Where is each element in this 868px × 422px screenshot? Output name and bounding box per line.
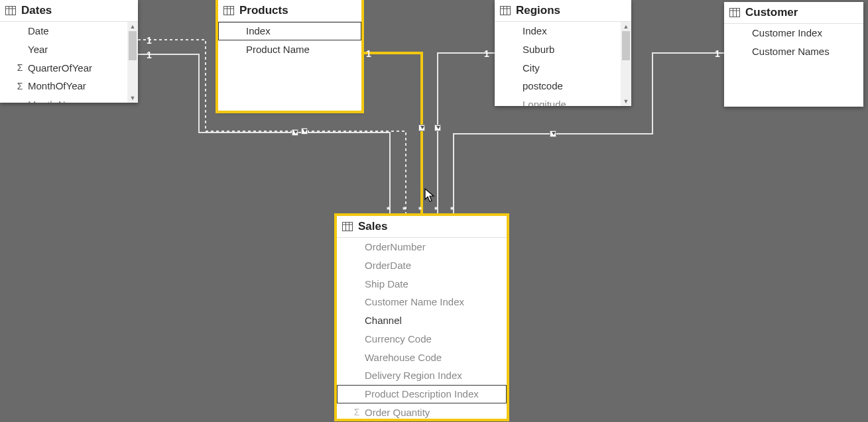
cardinality-many: * xyxy=(450,205,454,215)
sigma-icon: Σ xyxy=(13,61,27,74)
table-title: Regions xyxy=(516,4,560,17)
table-products[interactable]: Products ΣIndex ΣProduct Name xyxy=(218,0,361,111)
cardinality-many: * xyxy=(434,205,438,215)
cardinality-many: * xyxy=(387,205,390,215)
table-title: Dates xyxy=(21,4,52,17)
table-title: Products xyxy=(239,4,288,17)
cardinality-many: * xyxy=(418,205,422,215)
field-row[interactable]: ΣOrderNumber xyxy=(337,238,507,256)
cardinality-label: 1 xyxy=(147,50,152,60)
field-row[interactable]: ΣChannel xyxy=(337,311,507,330)
field-row[interactable]: ΣWarehouse Code xyxy=(337,348,507,367)
table-title: Sales xyxy=(358,220,387,233)
svg-rect-4 xyxy=(224,7,234,15)
field-row[interactable]: ΣIndex xyxy=(218,22,361,40)
field-row[interactable]: ΣProduct Name xyxy=(218,40,361,59)
field-row[interactable]: ΣSuburb xyxy=(495,40,631,59)
table-icon xyxy=(729,8,740,17)
field-row[interactable]: ΣCity xyxy=(495,59,631,78)
cardinality-label: 1 xyxy=(366,48,371,59)
table-icon xyxy=(223,6,234,15)
field-row[interactable]: ΣMonthOfYear xyxy=(0,77,138,95)
table-header[interactable]: Dates xyxy=(0,0,138,22)
field-row[interactable]: ΣMonth Name xyxy=(0,95,138,103)
field-row[interactable]: ΣShip Date xyxy=(337,275,507,293)
field-row[interactable]: ΣYear xyxy=(0,40,138,59)
direction-arrow-icon xyxy=(550,131,556,137)
field-row[interactable]: ΣDate xyxy=(0,22,138,40)
direction-arrow-icon xyxy=(418,125,425,131)
mouse-cursor-icon xyxy=(424,188,436,203)
cardinality-label: 1 xyxy=(484,48,489,59)
field-row[interactable]: ΣCustomer Name Index xyxy=(337,293,507,311)
table-icon xyxy=(500,6,511,15)
svg-rect-0 xyxy=(6,7,16,15)
field-row[interactable]: ΣDelivery Region Index xyxy=(337,366,507,385)
svg-rect-12 xyxy=(730,9,740,17)
sigma-icon: Σ xyxy=(350,405,363,419)
cardinality-label: 1 xyxy=(147,35,152,46)
field-row[interactable]: Σpostcode xyxy=(495,77,631,95)
scroll-down-icon[interactable]: ▼ xyxy=(127,93,138,103)
field-row[interactable]: ΣIndex xyxy=(495,22,631,40)
table-icon xyxy=(342,222,353,231)
field-row[interactable]: ΣQuarterOfYear xyxy=(0,59,138,78)
sigma-icon: Σ xyxy=(13,79,27,93)
table-icon xyxy=(5,6,16,15)
direction-arrow-icon xyxy=(301,128,308,134)
table-title: Customer xyxy=(745,6,798,19)
cardinality-many: * xyxy=(403,205,406,215)
svg-rect-16 xyxy=(343,223,353,231)
scrollbar[interactable]: ▲ ▼ xyxy=(127,22,138,103)
field-row[interactable]: ΣLongitude xyxy=(495,95,631,106)
cardinality-label: 1 xyxy=(715,48,720,59)
scroll-up-icon[interactable]: ▲ xyxy=(621,22,631,31)
table-dates[interactable]: Dates ΣDate ΣYear ΣQuarterOfYear ΣMonthO… xyxy=(0,0,138,103)
scrollbar[interactable]: ▲ ▼ xyxy=(621,22,631,106)
table-header[interactable]: Sales xyxy=(337,216,507,238)
field-row[interactable]: ΣProduct Description Index xyxy=(337,385,507,403)
field-row[interactable]: ΣCustomer Index xyxy=(724,24,863,42)
svg-rect-8 xyxy=(501,7,511,15)
scroll-up-icon[interactable]: ▲ xyxy=(127,22,138,31)
table-regions[interactable]: Regions ΣIndex ΣSuburb ΣCity Σpostcode Σ… xyxy=(495,0,631,106)
table-customer[interactable]: Customer ΣCustomer Index ΣCustomer Names xyxy=(724,2,863,107)
field-row[interactable]: ΣOrder Quantity xyxy=(337,403,507,419)
table-sales[interactable]: Sales ΣOrderNumber ΣOrderDate ΣShip Date… xyxy=(337,216,507,419)
direction-arrow-icon xyxy=(292,129,298,136)
scroll-down-icon[interactable]: ▼ xyxy=(621,97,631,106)
field-row[interactable]: ΣCustomer Names xyxy=(724,42,863,61)
direction-arrow-icon xyxy=(434,125,441,131)
table-header[interactable]: Regions xyxy=(495,0,631,22)
table-header[interactable]: Products xyxy=(218,0,361,22)
field-row[interactable]: ΣOrderDate xyxy=(337,256,507,275)
field-row[interactable]: ΣCurrency Code xyxy=(337,330,507,348)
table-header[interactable]: Customer xyxy=(724,2,863,24)
